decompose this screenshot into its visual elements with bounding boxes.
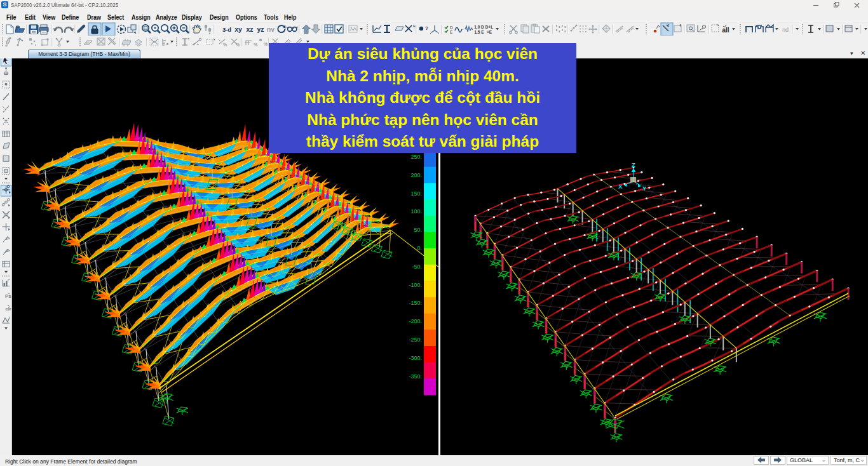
svg-text:Z: Z	[632, 161, 635, 168]
svg-text:X: X	[618, 183, 623, 190]
svg-text:200.: 200.	[410, 172, 422, 178]
svg-text:E: E	[450, 30, 453, 34]
svg-text:+E: +E	[487, 30, 492, 34]
svg-text:E: E	[413, 24, 416, 28]
svg-text:xy: xy	[234, 25, 242, 33]
svg-text:-150.: -150.	[409, 300, 422, 306]
svg-text:150.: 150.	[410, 190, 422, 197]
svg-text:%: %	[264, 42, 268, 46]
svg-text:Y: Y	[642, 185, 647, 192]
svg-text:0.: 0.	[417, 245, 422, 251]
svg-text:nd: nd	[782, 27, 789, 33]
svg-text:all: all	[722, 27, 729, 34]
svg-text:?: ?	[425, 25, 428, 31]
svg-text:-250.: -250.	[409, 336, 422, 343]
svg-text:-300.: -300.	[409, 355, 422, 361]
svg-text:50.: 50.	[414, 227, 422, 233]
svg-text:-50.: -50.	[412, 263, 422, 270]
svg-text:100.: 100.	[410, 208, 422, 215]
svg-text:1.0 D: 1.0 D	[474, 25, 484, 29]
svg-text:D+L: D+L	[485, 25, 493, 29]
svg-text:Ps: Ps	[5, 293, 11, 299]
svg-text:clr: clr	[6, 306, 11, 312]
svg-text:-200.: -200.	[409, 318, 422, 324]
svg-text:1.5 E: 1.5 E	[474, 30, 484, 34]
svg-text:%: %	[254, 43, 257, 47]
svg-text:D: D	[450, 25, 453, 30]
svg-text:-350.: -350.	[409, 373, 422, 380]
svg-text:250.: 250.	[410, 154, 422, 160]
svg-text:%: %	[223, 43, 227, 47]
svg-text:yz: yz	[257, 25, 264, 33]
svg-text:-100.: -100.	[409, 282, 422, 288]
svg-text:%: %	[236, 43, 240, 47]
svg-text:3-d: 3-d	[222, 26, 231, 33]
svg-text:nv: nv	[267, 25, 275, 33]
svg-text:xz: xz	[246, 25, 253, 33]
